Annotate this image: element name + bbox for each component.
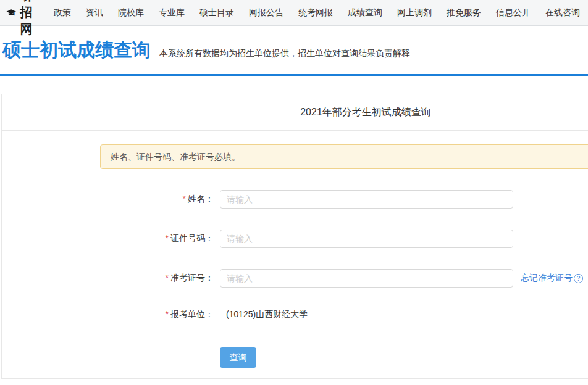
nav-item-exemption-service[interactable]: 推免服务: [447, 7, 481, 19]
id-number-input[interactable]: [220, 230, 513, 248]
form-row-id-number: *证件号码：: [2, 230, 588, 248]
forgot-ticket-link[interactable]: 忘记准考证号?: [521, 273, 583, 284]
nav-item-master-catalog[interactable]: 硕士目录: [200, 7, 234, 19]
alert-text: 姓名、证件号码、准考证号必填。: [111, 152, 240, 162]
nav-item-policy[interactable]: 政策: [54, 7, 71, 19]
admission-ticket-input[interactable]: [220, 269, 513, 288]
required-mark: *: [166, 309, 169, 319]
admission-ticket-label: *准考证号：: [2, 273, 214, 284]
required-mark: *: [166, 273, 169, 283]
nav-item-score-query[interactable]: 成绩查询: [348, 7, 382, 19]
blue-divider: [0, 74, 588, 76]
page-subtitle: 本系统所有数据均为招生单位提供，招生单位对查询结果负责解释: [159, 48, 410, 59]
nav-item-unified-exam-report[interactable]: 统考网报: [298, 7, 333, 19]
target-unit-label: *报考单位：: [2, 309, 214, 320]
nav-item-report-notice[interactable]: 网报公告: [249, 7, 284, 19]
nav-item-online-consult[interactable]: 在线咨询: [545, 7, 580, 19]
query-panel: 2021年部分考生初试成绩查询 姓名、证件号码、准考证号必填。 *姓名： *证件…: [1, 94, 588, 379]
page: 研招网 政策 资讯 院校库 专业库 硕士目录 网报公告 统考网报 成绩查询 网上…: [0, 0, 588, 385]
name-input[interactable]: [220, 190, 513, 209]
required-fields-alert: 姓名、证件号码、准考证号必填。: [100, 144, 588, 169]
panel-body: 姓名、证件号码、准考证号必填。 *姓名： *证件号码：: [2, 131, 588, 368]
page-header: 硕士初试成绩查询 本系统所有数据均为招生单位提供，招生单位对查询结果负责解释: [0, 26, 588, 60]
nav-item-major-library[interactable]: 专业库: [159, 7, 185, 19]
form-row-admission-ticket: *准考证号： 忘记准考证号?: [2, 269, 588, 288]
required-mark: *: [183, 194, 186, 204]
query-button[interactable]: 查询: [220, 347, 256, 368]
form-row-target-unit: *报考单位： (10125)山西财经大学: [2, 308, 588, 321]
top-navbar: 研招网 政策 资讯 院校库 专业库 硕士目录 网报公告 统考网报 成绩查询 网上…: [0, 0, 588, 26]
nav-item-news[interactable]: 资讯: [86, 7, 103, 19]
main-nav: 政策 资讯 院校库 专业库 硕士目录 网报公告 统考网报 成绩查询 网上调剂 推…: [54, 7, 588, 19]
panel-title: 2021年部分考生初试成绩查询: [2, 94, 588, 131]
name-label: *姓名：: [2, 194, 214, 205]
required-mark: *: [166, 233, 169, 243]
target-unit-value: (10125)山西财经大学: [226, 309, 308, 320]
graduation-cap-icon: [6, 6, 16, 20]
help-icon: ?: [574, 274, 583, 283]
nav-item-college-library[interactable]: 院校库: [118, 7, 144, 19]
submit-row: 查询: [2, 347, 588, 368]
site-logo[interactable]: 研招网: [6, 0, 41, 38]
nav-item-online-adjustment[interactable]: 网上调剂: [397, 7, 432, 19]
nav-item-info-disclosure[interactable]: 信息公开: [496, 7, 531, 19]
query-form: *姓名： *证件号码： *准考证号： 忘记准考证号?: [2, 190, 588, 368]
form-row-name: *姓名：: [2, 190, 588, 209]
page-title: 硕士初试成绩查询: [2, 39, 151, 60]
id-number-label: *证件号码：: [2, 233, 214, 244]
site-name: 研招网: [20, 0, 41, 38]
